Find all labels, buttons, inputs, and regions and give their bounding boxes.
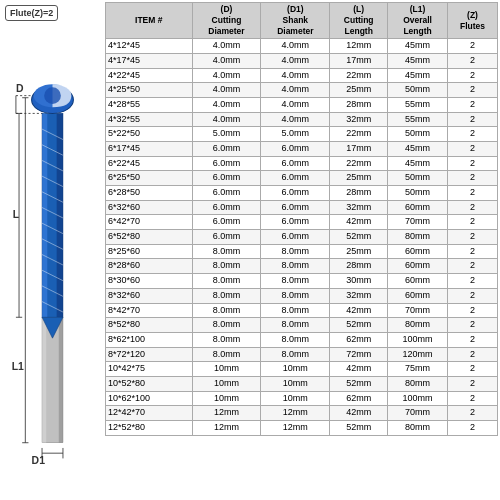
svg-text:D: D <box>16 84 24 95</box>
table-cell: 8*32*60 <box>106 288 193 303</box>
table-cell: 28mm <box>330 259 388 274</box>
header-d: (D)CuttingDiameter <box>192 3 261 39</box>
table-cell: 2 <box>448 53 498 68</box>
table-cell: 22mm <box>330 68 388 83</box>
table-row: 8*72*1208.0mm8.0mm72mm120mm2 <box>106 347 498 362</box>
table-cell: 8*62*100 <box>106 332 193 347</box>
table-cell: 42mm <box>330 406 388 421</box>
table-cell: 6.0mm <box>261 215 330 230</box>
table-row: 8*32*608.0mm8.0mm32mm60mm2 <box>106 288 498 303</box>
table-cell: 8.0mm <box>192 347 261 362</box>
table-cell: 80mm <box>388 318 448 333</box>
table-cell: 42mm <box>330 362 388 377</box>
table-body: 4*12*454.0mm4.0mm12mm45mm24*17*454.0mm4.… <box>106 39 498 436</box>
table-cell: 6*28*50 <box>106 186 193 201</box>
table-cell: 6.0mm <box>261 141 330 156</box>
table-cell: 8.0mm <box>261 244 330 259</box>
table-cell: 100mm <box>388 332 448 347</box>
table-cell: 80mm <box>388 376 448 391</box>
table-cell: 10mm <box>261 362 330 377</box>
table-cell: 25mm <box>330 171 388 186</box>
table-cell: 8.0mm <box>261 274 330 289</box>
table-cell: 10mm <box>192 391 261 406</box>
table-cell: 6.0mm <box>192 230 261 245</box>
table-cell: 6.0mm <box>192 200 261 215</box>
table-cell: 42mm <box>330 215 388 230</box>
table-cell: 17mm <box>330 141 388 156</box>
table-cell: 4.0mm <box>192 112 261 127</box>
table-cell: 28mm <box>330 186 388 201</box>
table-cell: 80mm <box>388 230 448 245</box>
svg-text:D1: D1 <box>32 455 46 466</box>
table-cell: 2 <box>448 112 498 127</box>
table-cell: 2 <box>448 200 498 215</box>
table-cell: 6.0mm <box>192 215 261 230</box>
header-item: ITEM # <box>106 3 193 39</box>
table-cell: 10mm <box>192 376 261 391</box>
table-row: 10*52*8010mm10mm52mm80mm2 <box>106 376 498 391</box>
table-cell: 120mm <box>388 347 448 362</box>
table-cell: 6.0mm <box>261 171 330 186</box>
table-cell: 2 <box>448 244 498 259</box>
table-cell: 22mm <box>330 156 388 171</box>
table-row: 4*25*504.0mm4.0mm25mm50mm2 <box>106 83 498 98</box>
table-cell: 4.0mm <box>261 112 330 127</box>
table-cell: 2 <box>448 127 498 142</box>
table-cell: 28mm <box>330 97 388 112</box>
table-row: 8*62*1008.0mm8.0mm62mm100mm2 <box>106 332 498 347</box>
table-cell: 8*52*80 <box>106 318 193 333</box>
table-cell: 6*22*45 <box>106 156 193 171</box>
header-l1: (L1)OverallLength <box>388 3 448 39</box>
table-cell: 4.0mm <box>261 39 330 54</box>
table-cell: 8*30*60 <box>106 274 193 289</box>
table-cell: 50mm <box>388 186 448 201</box>
svg-text:L1: L1 <box>12 361 24 372</box>
table-cell: 4*17*45 <box>106 53 193 68</box>
table-cell: 6.0mm <box>192 171 261 186</box>
table-cell: 12mm <box>330 39 388 54</box>
table-cell: 70mm <box>388 406 448 421</box>
table-cell: 50mm <box>388 127 448 142</box>
table-cell: 2 <box>448 171 498 186</box>
table-cell: 80mm <box>388 421 448 436</box>
table-cell: 2 <box>448 97 498 112</box>
table-cell: 60mm <box>388 288 448 303</box>
table-cell: 5*22*50 <box>106 127 193 142</box>
table-cell: 2 <box>448 318 498 333</box>
table-cell: 2 <box>448 274 498 289</box>
table-cell: 32mm <box>330 200 388 215</box>
table-cell: 6.0mm <box>192 156 261 171</box>
table-cell: 5.0mm <box>261 127 330 142</box>
table-cell: 60mm <box>388 244 448 259</box>
table-cell: 25mm <box>330 244 388 259</box>
table-cell: 8.0mm <box>192 332 261 347</box>
table-cell: 8*25*60 <box>106 244 193 259</box>
table-cell: 2 <box>448 259 498 274</box>
table-cell: 4.0mm <box>261 53 330 68</box>
table-cell: 2 <box>448 406 498 421</box>
table-row: 6*22*456.0mm6.0mm22mm45mm2 <box>106 156 498 171</box>
table-cell: 2 <box>448 186 498 201</box>
table-row: 4*12*454.0mm4.0mm12mm45mm2 <box>106 39 498 54</box>
table-row: 4*22*454.0mm4.0mm22mm45mm2 <box>106 68 498 83</box>
table-cell: 30mm <box>330 274 388 289</box>
table-cell: 45mm <box>388 141 448 156</box>
table-cell: 6*52*80 <box>106 230 193 245</box>
table-cell: 62mm <box>330 332 388 347</box>
table-cell: 45mm <box>388 53 448 68</box>
table-cell: 2 <box>448 156 498 171</box>
table-cell: 2 <box>448 421 498 436</box>
table-cell: 6*42*70 <box>106 215 193 230</box>
table-cell: 6*17*45 <box>106 141 193 156</box>
main-container: Flute(Z)=2 D L L1 <box>0 0 500 500</box>
table-cell: 8.0mm <box>261 347 330 362</box>
table-row: 8*25*608.0mm8.0mm25mm60mm2 <box>106 244 498 259</box>
table-cell: 52mm <box>330 318 388 333</box>
left-panel: Flute(Z)=2 D L L1 <box>0 0 105 500</box>
table-cell: 55mm <box>388 97 448 112</box>
table-cell: 2 <box>448 376 498 391</box>
header-d1: (D1)ShankDiameter <box>261 3 330 39</box>
table-cell: 52mm <box>330 421 388 436</box>
table-cell: 32mm <box>330 112 388 127</box>
table-row: 4*28*554.0mm4.0mm28mm55mm2 <box>106 97 498 112</box>
